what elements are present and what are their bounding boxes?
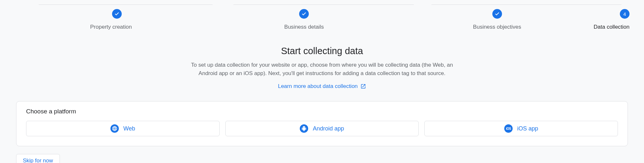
setup-stepper: Property creation Business details Busin… (0, 0, 644, 30)
step-label: Data collection (594, 24, 630, 30)
check-icon (492, 9, 502, 19)
open-in-new-icon (360, 83, 366, 89)
page-description: To set up data collection for your websi… (182, 61, 462, 77)
step-business-objectives[interactable]: Business objectives (401, 9, 594, 30)
skip-button[interactable]: Skip for now (16, 154, 60, 163)
android-platform-button[interactable]: Android app (225, 121, 419, 136)
footer-actions: Skip for now (0, 146, 644, 163)
page-title: Start collecting data (16, 46, 628, 56)
step-property-creation[interactable]: Property creation (14, 9, 208, 30)
check-icon (299, 9, 309, 19)
android-label: Android app (313, 125, 344, 132)
platform-card: Choose a platform Web Android app iOS iO… (16, 101, 628, 146)
step-label: Business objectives (473, 24, 521, 30)
card-title: Choose a platform (26, 108, 618, 115)
platform-row: Web Android app iOS iOS app (26, 121, 618, 136)
content-area: Start collecting data To set up data col… (0, 30, 644, 90)
ios-platform-button[interactable]: iOS iOS app (424, 121, 618, 136)
ios-label: iOS app (517, 125, 538, 132)
step-data-collection[interactable]: 4 Data collection (594, 9, 630, 30)
learn-more-link[interactable]: Learn more about data collection (278, 83, 366, 90)
ios-icon: iOS (504, 124, 513, 133)
step-number-icon: 4 (620, 9, 630, 19)
android-icon (300, 124, 308, 133)
web-label: Web (123, 125, 135, 132)
web-icon (110, 124, 119, 133)
web-platform-button[interactable]: Web (26, 121, 220, 136)
check-icon (112, 9, 122, 19)
step-business-details[interactable]: Business details (208, 9, 401, 30)
step-label: Property creation (90, 24, 132, 30)
learn-more-label: Learn more about data collection (278, 83, 358, 90)
step-label: Business details (284, 24, 324, 30)
skip-label: Skip for now (23, 158, 53, 163)
